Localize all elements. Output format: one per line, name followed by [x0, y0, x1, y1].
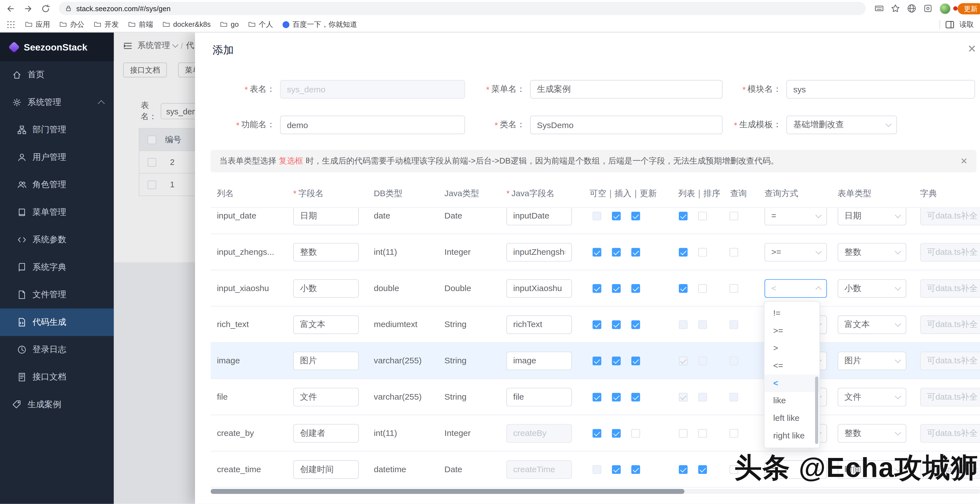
close-icon[interactable]: ✕: [967, 43, 976, 55]
update-button[interactable]: 更新: [958, 3, 980, 14]
horizontal-scrollbar-thumb[interactable]: [211, 489, 684, 494]
alert-highlight-link[interactable]: 复选框: [279, 155, 303, 166]
sidebar-item-filecode[interactable]: 代码生成: [0, 308, 114, 336]
sort-checkbox[interactable]: [698, 211, 707, 220]
insert-checkbox[interactable]: [612, 247, 621, 256]
java-field-input[interactable]: [506, 387, 572, 406]
nullable-checkbox[interactable]: [592, 392, 601, 401]
bookmark-item[interactable]: 办公: [59, 19, 84, 29]
drawer-overlay[interactable]: [114, 32, 195, 504]
update-checkbox[interactable]: [632, 247, 640, 256]
sidebar-item-gear[interactable]: 系统管理: [0, 89, 114, 116]
nullable-checkbox[interactable]: [592, 320, 601, 329]
bookmark-item[interactable]: go: [220, 21, 239, 28]
extensions-icon[interactable]: [923, 4, 933, 13]
form-type-select[interactable]: 小数: [837, 279, 906, 298]
translate-globe-icon[interactable]: [907, 4, 916, 13]
forward-button[interactable]: [21, 2, 35, 15]
list-checkbox[interactable]: [679, 284, 687, 292]
reading-list[interactable]: 读取: [940, 19, 974, 29]
update-checkbox[interactable]: [632, 392, 640, 401]
sidebar-item-home[interactable]: 首页: [0, 61, 114, 89]
list-checkbox[interactable]: [679, 465, 687, 474]
dropdown-option[interactable]: left like: [764, 410, 819, 427]
bookmark-item[interactable]: 前端: [128, 19, 153, 29]
form-input[interactable]: [530, 80, 722, 98]
list-checkbox[interactable]: [679, 429, 687, 437]
form-type-select[interactable]: 富文本: [837, 315, 906, 334]
insert-checkbox[interactable]: [612, 356, 621, 365]
field-name-input[interactable]: [293, 387, 359, 406]
insert-checkbox[interactable]: [612, 284, 621, 292]
dropdown-option[interactable]: >: [764, 340, 819, 357]
sort-checkbox[interactable]: [698, 465, 707, 474]
form-select[interactable]: 基础增删改查: [786, 116, 897, 134]
form-type-select[interactable]: 整数: [837, 242, 906, 261]
nullable-checkbox[interactable]: [592, 429, 601, 437]
form-type-select[interactable]: 日期: [837, 208, 906, 225]
sidebar-item-clock[interactable]: 登录日志: [0, 336, 114, 363]
field-name-input[interactable]: [293, 208, 359, 225]
field-name-input[interactable]: [293, 351, 359, 370]
sidebar-item-book[interactable]: 菜单管理: [0, 199, 114, 226]
update-checkbox[interactable]: [632, 465, 640, 474]
update-checkbox[interactable]: [632, 320, 640, 329]
query-checkbox[interactable]: [729, 247, 738, 256]
sidebar-item-tag[interactable]: 生成案例: [0, 391, 114, 418]
list-checkbox[interactable]: [679, 247, 687, 256]
keyboard-icon[interactable]: [874, 4, 884, 13]
field-name-input[interactable]: [293, 279, 359, 298]
query-operator-select[interactable]: =: [764, 208, 827, 225]
sidebar-item-user[interactable]: 用户管理: [0, 144, 114, 171]
address-bar[interactable]: stack.seezoon.com/#/sys/gen: [59, 2, 866, 15]
form-input[interactable]: [786, 80, 975, 98]
sort-checkbox[interactable]: [698, 284, 707, 292]
sort-checkbox[interactable]: [698, 247, 707, 256]
bookmark-star-icon[interactable]: [891, 4, 900, 13]
insert-checkbox[interactable]: [612, 392, 621, 401]
form-type-select[interactable]: 图片: [837, 351, 906, 370]
update-checkbox[interactable]: [632, 356, 640, 365]
sidebar-item-code[interactable]: 系统参数: [0, 226, 114, 254]
bookmark-item[interactable]: 百度一下，你就知道: [282, 19, 357, 29]
dropdown-option[interactable]: <: [764, 375, 819, 392]
back-button[interactable]: [4, 2, 18, 15]
insert-checkbox[interactable]: [612, 320, 621, 329]
java-field-input[interactable]: [506, 351, 572, 370]
query-operator-select[interactable]: >=: [764, 242, 827, 261]
field-name-input[interactable]: [293, 460, 359, 479]
alert-close-icon[interactable]: ✕: [960, 156, 967, 166]
dropdown-scrollbar[interactable]: [815, 376, 818, 444]
form-input[interactable]: [530, 116, 722, 134]
nullable-checkbox[interactable]: [592, 284, 601, 292]
query-checkbox[interactable]: [729, 429, 738, 437]
update-checkbox[interactable]: [632, 284, 640, 292]
sidebar-item-doc[interactable]: 接口文档: [0, 363, 114, 391]
nullable-checkbox[interactable]: [592, 247, 601, 256]
dropdown-option[interactable]: <=: [764, 357, 819, 375]
query-operator-select[interactable]: <: [764, 279, 827, 298]
field-name-input[interactable]: [293, 424, 359, 442]
form-type-select[interactable]: 整数: [837, 424, 906, 442]
java-field-input[interactable]: [506, 208, 572, 225]
bookmark-item[interactable]: 个人: [248, 19, 273, 29]
form-input[interactable]: [280, 80, 465, 98]
list-checkbox[interactable]: [679, 211, 687, 220]
insert-checkbox[interactable]: [612, 465, 621, 474]
profile-avatar[interactable]: [940, 3, 951, 14]
form-input[interactable]: [280, 116, 465, 134]
bookmark-item[interactable]: 开发: [94, 19, 119, 29]
update-checkbox[interactable]: [632, 211, 640, 220]
java-field-input[interactable]: [506, 315, 572, 334]
sidebar-item-users[interactable]: 角色管理: [0, 171, 114, 198]
dropdown-option[interactable]: >=: [764, 322, 819, 340]
field-name-input[interactable]: [293, 315, 359, 334]
insert-checkbox[interactable]: [612, 211, 621, 220]
java-field-input[interactable]: [506, 279, 572, 298]
dropdown-option[interactable]: right like: [764, 427, 819, 445]
apps-grid-icon[interactable]: [6, 19, 16, 29]
bookmark-item[interactable]: 应用: [25, 19, 50, 29]
dropdown-option[interactable]: like: [764, 392, 819, 410]
sort-checkbox[interactable]: [698, 429, 707, 437]
query-checkbox[interactable]: [729, 211, 738, 220]
